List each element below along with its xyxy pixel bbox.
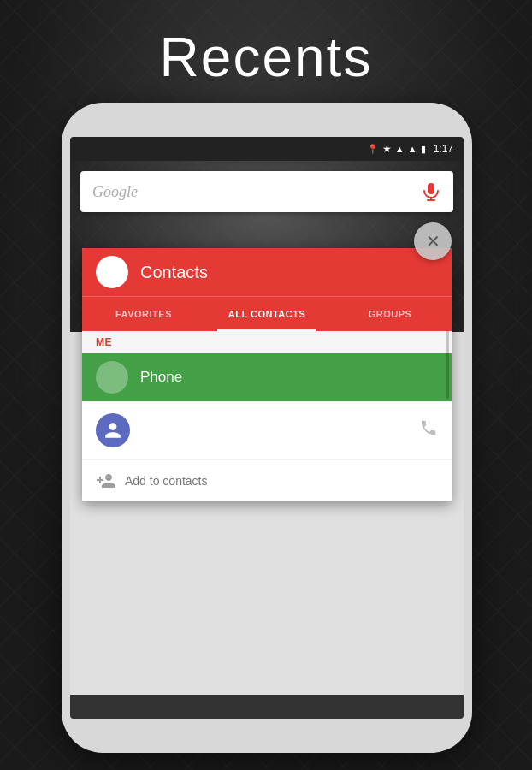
phone-frame: 📍 ★ ▲ ▲ ▮ 1:17 Google [62,103,472,753]
wifi-icon: ▲ [395,144,405,154]
avatar [96,256,128,288]
page-title: Recents [0,26,532,89]
close-button[interactable]: ✕ [414,222,452,260]
app-card: Contacts FAVORITES ALL CONTACTS GROUPS M… [82,248,452,501]
scrollbar [446,330,449,399]
app-name: Contacts [140,263,208,282]
location-icon: 📍 [367,144,379,155]
svg-rect-0 [428,183,434,194]
microphone-icon[interactable] [421,181,441,202]
close-icon: ✕ [426,231,440,252]
person-add-icon [96,471,116,491]
phone-avatar [96,361,128,394]
phone-screen: 📍 ★ ▲ ▲ ▮ 1:17 Google [70,137,464,719]
app-header: Contacts [82,248,452,296]
bluetooth-icon: ★ [382,143,392,155]
section-label-me: ME [82,331,452,353]
signal-icon: ▲ [408,144,417,154]
search-bar[interactable]: Google [80,171,453,212]
bottom-nav [70,695,464,719]
sub-card: Add to contacts [82,401,452,501]
status-bar: 📍 ★ ▲ ▲ ▮ 1:17 [70,137,464,161]
battery-icon: ▮ [421,144,426,155]
google-logo: Google [92,183,138,201]
tab-groups[interactable]: GROUPS [328,297,452,331]
add-to-contacts-label: Add to contacts [125,474,208,488]
person-icon [96,413,130,447]
status-time: 1:17 [434,143,453,155]
tab-favorites[interactable]: FAVORITES [82,297,205,331]
tab-all-contacts[interactable]: ALL CONTACTS [205,297,328,331]
call-icon[interactable] [419,418,438,442]
phone-contact-name: Phone [140,369,182,386]
add-to-contacts-row[interactable]: Add to contacts [82,460,452,501]
status-icons: 📍 ★ ▲ ▲ ▮ [367,143,426,155]
tabs-bar: FAVORITES ALL CONTACTS GROUPS [82,296,452,331]
person-row[interactable] [82,401,452,460]
contact-phone-row[interactable]: Phone [82,353,452,401]
